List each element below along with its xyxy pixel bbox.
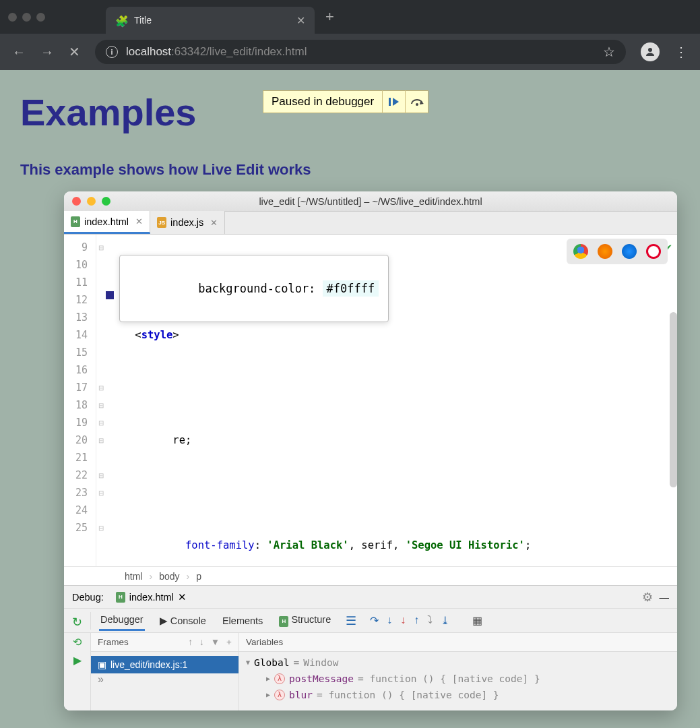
breadcrumb[interactable]: html› body› p — [64, 566, 677, 585]
frames-panel: Frames ↑ ↓ ▼ + ▣ live_edit/index.js:1 » — [91, 633, 239, 710]
console-tab[interactable]: ▶ Console — [158, 611, 208, 630]
editor-tab-index-js[interactable]: JS index.js ✕ — [150, 211, 225, 234]
minimize-panel-icon[interactable]: — — [660, 592, 670, 603]
ide-title-text: live_edit [~/WS/untitled] – ~/WS/live_ed… — [259, 196, 482, 207]
svg-marker-2 — [393, 98, 399, 106]
forward-button[interactable]: → — [40, 44, 54, 60]
variables-panel: Variables ▼ Global = Window ▶λ postMessa… — [239, 633, 677, 710]
debugger-tab[interactable]: Debugger — [99, 610, 145, 631]
step-into-icon[interactable]: ↓ — [387, 614, 392, 627]
restart-button[interactable]: ⟲ — [73, 636, 82, 648]
url-bar[interactable]: i localhost:63342/live_edit/index.html ☆ — [95, 40, 626, 64]
browser-preview-bar — [567, 239, 668, 264]
browser-tab[interactable]: 🧩 Title ✕ — [106, 7, 315, 34]
filter-icon[interactable]: ▼ — [211, 637, 220, 647]
step-over-icon[interactable]: ↷ — [370, 614, 379, 627]
variable-row[interactable]: ▶λ postMessage = function () { [native c… — [246, 671, 670, 687]
safari-icon[interactable] — [622, 244, 637, 259]
js-file-icon: JS — [157, 217, 166, 228]
debug-header: Debug: H index.html ✕ ⚙ — — [64, 586, 677, 609]
svg-rect-1 — [389, 98, 391, 106]
url-text: localhost:63342/live_edit/index.html — [126, 45, 307, 59]
stop-reload-button[interactable]: ✕ — [69, 44, 80, 60]
structure-tab[interactable]: HStructure — [278, 610, 332, 631]
step-over-button[interactable] — [405, 90, 428, 113]
layout-icon[interactable]: ▦ — [472, 614, 482, 627]
variable-row[interactable]: ▼ Global = Window — [246, 655, 670, 671]
resume-program-button[interactable]: ▶ — [73, 654, 82, 667]
stack-frame[interactable]: ▣ live_edit/index.js:1 — [91, 656, 238, 673]
zoom-icon[interactable] — [102, 197, 110, 206]
debug-label: Debug: — [72, 592, 104, 603]
close-tab-icon[interactable]: ✕ — [135, 216, 143, 226]
css-value-tooltip: background-color: #f0ffff — [119, 255, 389, 322]
color-gutter-swatch[interactable] — [106, 291, 114, 299]
browser-tab-bar: 🧩 Title ✕ + — [0, 0, 700, 34]
page-subheading: This example shows how Live Edit works — [20, 161, 680, 179]
window-controls[interactable] — [8, 13, 45, 22]
close-icon[interactable]: ✕ — [178, 592, 187, 603]
html-file-icon: H — [71, 216, 80, 227]
svg-point-3 — [416, 103, 418, 106]
settings-icon[interactable]: ⚙ — [642, 590, 653, 605]
vertical-scrollbar[interactable] — [670, 312, 677, 487]
bookmark-icon[interactable]: ☆ — [603, 44, 615, 60]
line-number-gutter: 910111213141516171819202122232425 — [64, 235, 96, 566]
close-window-icon[interactable] — [8, 13, 17, 22]
rerun-button[interactable]: ↻ — [72, 615, 82, 630]
opera-icon[interactable] — [646, 244, 661, 259]
debug-toolbar: ↻ Debugger ▶ Console Elements HStructure… — [64, 609, 677, 633]
editor-tabs: H index.html ✕ JS index.js ✕ — [64, 212, 677, 235]
minimize-icon[interactable] — [87, 197, 96, 206]
force-step-into-icon[interactable]: ↓ — [400, 614, 406, 627]
ide-window-controls[interactable] — [72, 197, 110, 206]
fold-gutter[interactable]: ⊟⊟⊟⊟⊟⊟⊟⊟ — [96, 235, 106, 566]
threads-icon[interactable]: ☰ — [346, 613, 356, 628]
new-tab-button[interactable]: + — [325, 8, 334, 26]
debug-run-config-tab[interactable]: H index.html ✕ — [110, 589, 192, 605]
tab-title: Title — [134, 15, 288, 26]
frame-up-icon[interactable]: ↑ — [188, 637, 193, 647]
lambda-icon: λ — [274, 690, 285, 700]
debugger-paused-text: Paused in debugger — [263, 95, 382, 109]
more-frames[interactable]: » — [91, 673, 238, 686]
menu-icon[interactable]: ⋮ — [674, 44, 688, 60]
svg-point-0 — [648, 48, 652, 52]
close-icon[interactable] — [72, 197, 81, 206]
close-tab-icon[interactable]: ✕ — [296, 14, 305, 27]
minimize-window-icon[interactable] — [22, 13, 31, 22]
page-content: Paused in debugger Examples This example… — [0, 70, 700, 728]
code-editor[interactable]: 910111213141516171819202122232425 ⊟⊟⊟⊟⊟⊟… — [64, 235, 677, 566]
resume-button[interactable] — [382, 90, 405, 113]
add-icon[interactable]: + — [226, 637, 232, 647]
browser-nav-bar: ← → ✕ i localhost:63342/live_edit/index.… — [0, 34, 700, 70]
close-tab-icon[interactable]: ✕ — [210, 218, 218, 228]
step-out-icon[interactable]: ↑ — [414, 614, 419, 627]
lambda-icon: λ — [274, 673, 285, 684]
html-file-icon: H — [116, 592, 125, 603]
frame-icon: ▣ — [98, 659, 106, 670]
frame-down-icon[interactable]: ↓ — [199, 637, 204, 647]
firefox-icon[interactable] — [598, 244, 612, 259]
debug-tool-window: Debug: H index.html ✕ ⚙ — ↻ Debugger ▶ C… — [64, 585, 677, 710]
maximize-window-icon[interactable] — [36, 13, 45, 22]
favicon-icon: 🧩 — [115, 15, 126, 26]
profile-icon[interactable] — [641, 42, 660, 61]
site-info-icon[interactable]: i — [106, 46, 118, 58]
elements-tab[interactable]: Elements — [221, 611, 264, 630]
ide-titlebar[interactable]: live_edit [~/WS/untitled] – ~/WS/live_ed… — [64, 191, 677, 212]
ide-window: live_edit [~/WS/untitled] – ~/WS/live_ed… — [64, 191, 677, 710]
chrome-icon[interactable] — [573, 244, 588, 259]
editor-tab-index-html[interactable]: H index.html ✕ — [64, 211, 150, 234]
evaluate-icon[interactable]: ⤓ — [441, 614, 449, 627]
code-area[interactable]: ✔ background-color: #f0ffff <style> re; … — [106, 235, 677, 566]
back-button[interactable]: ← — [12, 44, 26, 60]
run-to-cursor-icon[interactable]: ⤵ — [427, 614, 433, 627]
debugger-paused-overlay: Paused in debugger — [263, 90, 428, 113]
variable-row[interactable]: ▶λ blur = function () { [native code] } — [246, 687, 670, 703]
